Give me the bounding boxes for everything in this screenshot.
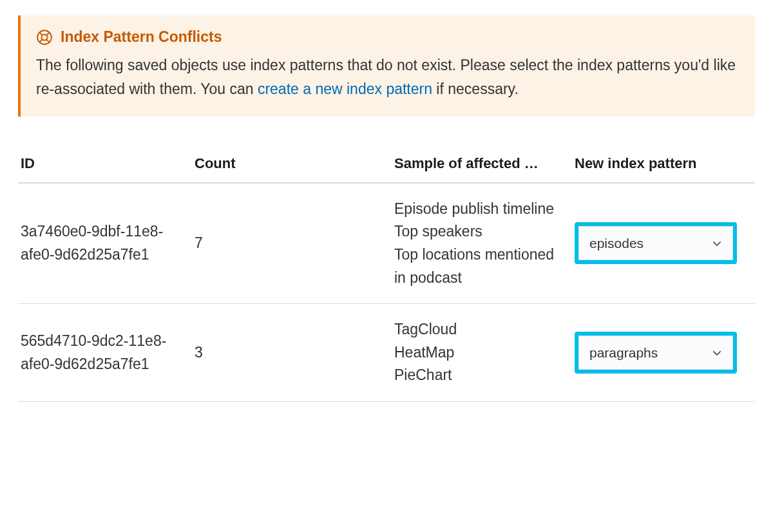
cell-count: 7 [192, 183, 392, 304]
cell-sample: Episode publish timelineTop speakersTop … [392, 183, 572, 304]
cell-sample: TagCloudHeatMapPieChart [392, 304, 572, 402]
sample-item: Top speakers [394, 220, 567, 243]
cell-select: episodesparagraphs [572, 304, 755, 402]
sample-item: PieChart [394, 364, 567, 387]
callout-text-post: if necessary. [432, 81, 519, 97]
sample-item: HeatMap [394, 341, 567, 365]
svg-line-2 [39, 32, 43, 35]
svg-point-1 [41, 34, 47, 40]
conflicts-table: ID Count Sample of affected … New index … [18, 147, 755, 402]
index-pattern-select[interactable]: episodesparagraphs [578, 336, 733, 370]
sample-item: Top locations mentioned in podcast [394, 243, 567, 289]
sample-item: Episode publish timeline [394, 198, 567, 221]
index-pattern-conflicts-callout: Index Pattern Conflicts The following sa… [18, 15, 755, 117]
select-wrap: episodesparagraphs [575, 222, 737, 264]
cell-id: 565d4710-9dc2-11e8-afe0-9d62d25a7fe1 [18, 304, 192, 402]
callout-body: The following saved objects use index pa… [36, 53, 740, 101]
create-index-pattern-link[interactable]: create a new index pattern [258, 81, 432, 97]
table-row: 3a7460e0-9dbf-11e8-afe0-9d62d25a7fe17Epi… [18, 183, 755, 304]
cell-select: episodesparagraphs [572, 183, 755, 304]
svg-line-5 [46, 39, 50, 43]
cell-id: 3a7460e0-9dbf-11e8-afe0-9d62d25a7fe1 [18, 183, 192, 304]
cell-count: 3 [192, 304, 392, 402]
svg-line-4 [39, 39, 43, 43]
table-row: 565d4710-9dc2-11e8-afe0-9d62d25a7fe13Tag… [18, 304, 755, 402]
index-pattern-select[interactable]: episodesparagraphs [578, 226, 733, 260]
svg-line-3 [46, 32, 50, 35]
lifebuoy-icon [36, 29, 53, 46]
column-header-select: New index pattern [572, 147, 755, 183]
column-header-count: Count [192, 147, 392, 183]
callout-title: Index Pattern Conflicts [61, 28, 222, 46]
column-header-id: ID [18, 147, 192, 183]
column-header-sample: Sample of affected … [392, 147, 572, 183]
sample-item: TagCloud [394, 318, 567, 341]
select-wrap: episodesparagraphs [575, 332, 737, 374]
